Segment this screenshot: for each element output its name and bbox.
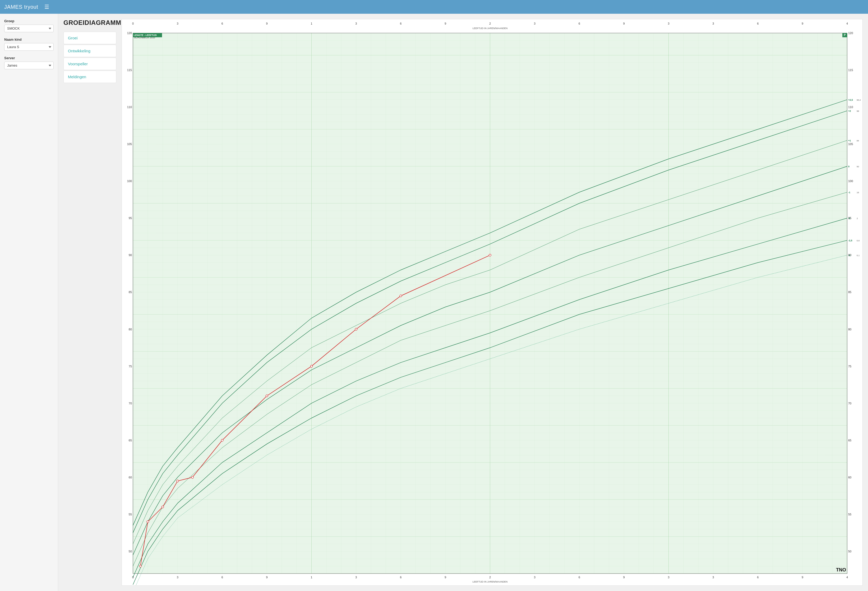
nav-voorspeller[interactable]: Voorspeller: [63, 58, 116, 70]
groep-label: Groep: [4, 19, 54, 23]
server-select[interactable]: James: [4, 62, 54, 69]
naam-select[interactable]: Laura S: [4, 43, 54, 51]
page-title: GROEIDIAGRAMMEN: [63, 19, 116, 27]
header: JAMES tryout ☰: [0, 0, 868, 14]
growth-chart: [122, 19, 862, 585]
groep-section: Groep SMOCK: [4, 19, 54, 32]
nav-groei[interactable]: Groei: [63, 32, 116, 44]
main-layout: Groep SMOCK Naam kind Laura S Server Jam…: [0, 14, 868, 591]
naam-section: Naam kind Laura S: [4, 37, 54, 51]
sidebar: Groep SMOCK Naam kind Laura S Server Jam…: [0, 14, 58, 591]
content-area: GROEIDIAGRAMMEN Groei Ontwikkeling Voors…: [58, 14, 868, 591]
naam-label: Naam kind: [4, 37, 54, 41]
nav-meldingen[interactable]: Meldingen: [63, 71, 116, 83]
chart-area: [122, 19, 863, 586]
nav-menu: GROEIDIAGRAMMEN Groei Ontwikkeling Voors…: [63, 19, 116, 586]
server-label: Server: [4, 56, 54, 60]
groep-select[interactable]: SMOCK: [4, 25, 54, 32]
hamburger-icon[interactable]: ☰: [44, 4, 49, 10]
server-section: Server James: [4, 56, 54, 69]
nav-ontwikkeling[interactable]: Ontwikkeling: [63, 45, 116, 57]
app-title: JAMES tryout: [4, 4, 38, 10]
